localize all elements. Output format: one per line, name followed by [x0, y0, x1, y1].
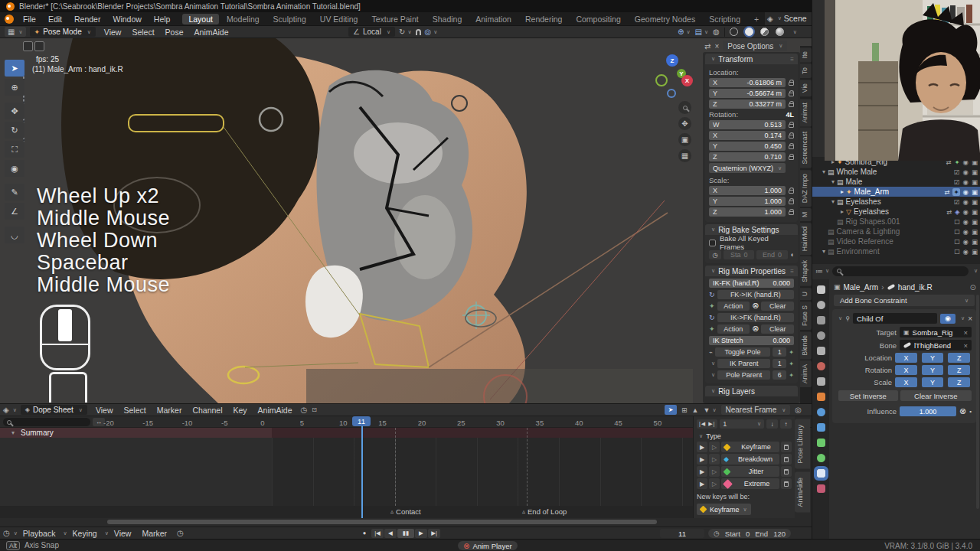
search-input[interactable]: [3, 418, 90, 426]
workspace-tab[interactable]: +: [748, 14, 765, 24]
menu-item[interactable]: Pose: [160, 28, 189, 37]
select-extend-mode-icon[interactable]: [23, 41, 33, 51]
mode-selector[interactable]: ✦ Pose Mode ∨: [30, 27, 96, 37]
disclosure-icon[interactable]: ▸: [838, 188, 846, 195]
texture-tab[interactable]: [817, 484, 825, 493]
number-field[interactable]: Z0.33277 m: [709, 99, 786, 109]
action-button[interactable]: Action: [717, 324, 750, 334]
keyframe-type-button[interactable]: Keyframe: [721, 442, 779, 452]
clear-target-icon[interactable]: ×: [963, 328, 968, 337]
cursor-tool[interactable]: ⊕: [5, 79, 24, 96]
pose-library-tab[interactable]: Pose Library: [795, 419, 810, 469]
transform-tool[interactable]: ◉: [5, 160, 24, 177]
outliner-row[interactable]: ▸▽Eyelashes⇄◈◉▣: [812, 207, 980, 217]
target-field[interactable]: ▣Sombra_Rig×: [900, 327, 972, 337]
camera-icon[interactable]: ▣: [972, 248, 978, 256]
toggle-pole-button[interactable]: Toggle Pole: [715, 347, 770, 357]
breadcrumb-object[interactable]: Male_Arm: [844, 283, 879, 292]
menu-item[interactable]: AnimAide: [253, 406, 298, 415]
camera-view-icon[interactable]: ▣: [678, 133, 691, 146]
menu-item[interactable]: Playback: [18, 529, 61, 538]
bone-tab[interactable]: [817, 454, 825, 462]
gizmo-neg-z-axis[interactable]: [667, 89, 676, 98]
select-flag-icon[interactable]: ▶: [697, 454, 707, 465]
measure-tool[interactable]: ∠: [5, 203, 24, 220]
number-field[interactable]: Z1.000: [709, 207, 786, 217]
pose-icon[interactable]: ✦: [952, 188, 959, 196]
n-panel-tab[interactable]: To: [800, 64, 812, 78]
outliner-row[interactable]: ▤Camera & Lighting☐◉▣: [812, 227, 980, 236]
ik-parent-button[interactable]: IK Parent: [717, 359, 770, 368]
chevron-down-icon[interactable]: ∨: [961, 315, 965, 321]
checkbox-icon[interactable]: ☐: [954, 228, 960, 236]
lock-icon[interactable]: [789, 156, 794, 160]
proportional-icon[interactable]: ◎: [795, 406, 802, 414]
ik-parent-value[interactable]: 1: [773, 359, 786, 368]
number-field[interactable]: Z0.710: [709, 152, 786, 161]
location-x-toggle[interactable]: X: [895, 353, 917, 363]
camera-icon[interactable]: ▣: [972, 198, 978, 206]
number-field[interactable]: Y0.450: [709, 142, 786, 151]
clear-inverse-button[interactable]: Clear Inverse: [900, 390, 972, 401]
next-keyframe-button[interactable]: ▶: [415, 529, 427, 538]
start-value[interactable]: 0: [746, 530, 750, 538]
checkbox-icon[interactable]: ☐: [954, 238, 960, 246]
rotation-y-toggle[interactable]: Y: [922, 365, 944, 375]
cross-circle-icon[interactable]: ⊗: [752, 301, 759, 311]
disclosure-icon[interactable]: ▾: [820, 248, 828, 255]
marker-row[interactable]: ▵Contact ▵End of Loop: [0, 506, 693, 518]
chevron-down-icon[interactable]: ∨: [793, 29, 797, 35]
menu-item[interactable]: Window: [106, 15, 147, 24]
output-tab[interactable]: [817, 316, 825, 324]
fk2ik-button[interactable]: FK->IK (hand.R): [717, 290, 794, 299]
render-tab[interactable]: [817, 301, 825, 309]
camera-icon[interactable]: ▣: [972, 178, 978, 186]
rotation-z-toggle[interactable]: Z: [948, 365, 970, 375]
viewport-canvas[interactable]: fps: 25 (11) Male_Arm : hand_ik.R ➤ ⊕ ✥ …: [0, 38, 812, 403]
particles-tab[interactable]: [817, 423, 825, 432]
vertical-scrollbar[interactable]: [976, 295, 979, 509]
number-field[interactable]: Y1.000: [709, 197, 786, 206]
rig-bake-panel-header[interactable]: ∨ Rig Bake Settings: [705, 224, 798, 235]
camera-icon[interactable]: ▣: [972, 228, 978, 236]
pause-button[interactable]: ▮▮: [397, 529, 414, 538]
auto-keying-clock-icon[interactable]: ◷: [177, 529, 184, 537]
previous-keyframe-button[interactable]: ◀: [384, 529, 397, 538]
workspace-tab[interactable]: Modeling: [220, 14, 266, 24]
menu-item[interactable]: Key: [228, 406, 253, 415]
playhead-line[interactable]: [361, 416, 363, 518]
link-icon[interactable]: ⇄: [944, 188, 949, 196]
properties-search-input[interactable]: [832, 266, 969, 276]
keyframe-type-button[interactable]: Breakdown: [721, 454, 779, 465]
camera-icon[interactable]: ▣: [972, 168, 978, 176]
number-field[interactable]: X1.000: [709, 186, 786, 195]
workspace-tab[interactable]: Layout: [182, 14, 219, 24]
disclosure-icon[interactable]: ▾: [829, 178, 837, 185]
n-panel-tab[interactable]: Animat: [800, 99, 812, 126]
lock-icon[interactable]: [789, 93, 794, 96]
snap-mode-dropdown[interactable]: Nearest Frame∨: [721, 405, 791, 415]
menu-item[interactable]: Channel: [187, 406, 227, 415]
timeline-ruler[interactable]: -20-15-10-505101520253035404550: [103, 416, 693, 428]
view-layer-tab[interactable]: [817, 331, 825, 340]
menu-item[interactable]: Render: [68, 15, 106, 24]
summary-key-track[interactable]: [272, 428, 693, 438]
eye-icon[interactable]: ◉: [963, 188, 969, 196]
checkbox-icon[interactable]: ☑: [954, 198, 960, 206]
n-panel-tab[interactable]: DAZ Impo: [800, 170, 812, 207]
ik-stretch-slider[interactable]: IK Stretch0.000: [709, 336, 794, 345]
lock-icon[interactable]: [789, 135, 794, 139]
n-panel-tab[interactable]: AnimA: [800, 360, 812, 387]
anim-player-badge[interactable]: ⊗ Anim Player: [458, 541, 518, 550]
breadcrumb-bone[interactable]: hand_ik.R: [898, 283, 933, 292]
snap-toggle-icon[interactable]: ⊞: [681, 406, 688, 414]
scale-z-toggle[interactable]: Z: [948, 377, 970, 387]
gizmo-neg-y-axis[interactable]: [655, 74, 668, 86]
jump-keyframe-icons[interactable]: |◀ ▶|: [697, 419, 717, 429]
pose-breakdowner-tool[interactable]: ◡: [5, 227, 24, 243]
timeline-marker[interactable]: ▵End of Loop: [522, 507, 567, 516]
camera-icon[interactable]: ▣: [972, 208, 978, 216]
number-field[interactable]: X0.174: [709, 131, 786, 140]
outliner-row[interactable]: ▤Video Reference☐◉▣: [812, 236, 980, 246]
playhead-frame-badge[interactable]: 11: [352, 416, 371, 426]
